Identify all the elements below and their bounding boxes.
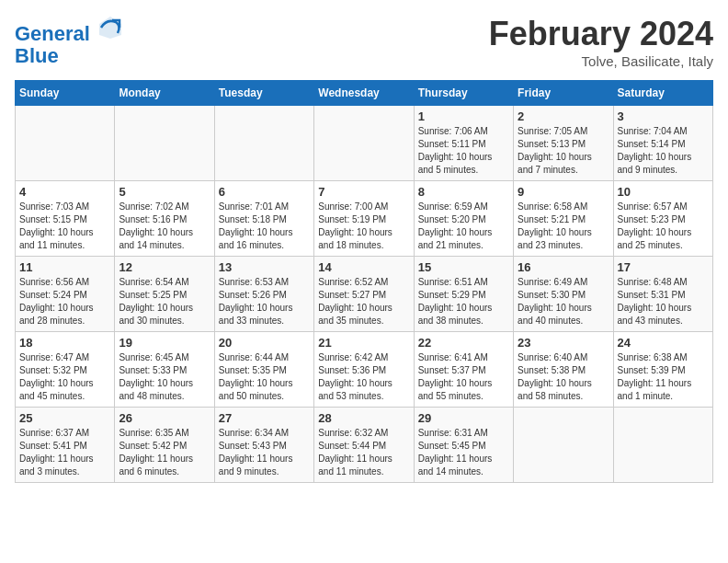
- calendar-cell: 4Sunrise: 7:03 AM Sunset: 5:15 PM Daylig…: [16, 181, 115, 257]
- col-header-tuesday: Tuesday: [214, 81, 313, 106]
- logo-general: General: [15, 22, 90, 45]
- day-info: Sunrise: 6:37 AM Sunset: 5:41 PM Dayligh…: [19, 427, 110, 478]
- day-info: Sunrise: 7:04 AM Sunset: 5:14 PM Dayligh…: [618, 125, 709, 177]
- page-header: General Blue February 2024 Tolve, Basili…: [15, 15, 713, 69]
- calendar-cell: [16, 106, 115, 181]
- title-block: February 2024 Tolve, Basilicate, Italy: [489, 15, 713, 69]
- logo-icon: [97, 15, 123, 40]
- day-number: 17: [618, 260, 709, 274]
- calendar-cell: 21Sunrise: 6:42 AM Sunset: 5:36 PM Dayli…: [314, 332, 414, 408]
- calendar-cell: 15Sunrise: 6:51 AM Sunset: 5:29 PM Dayli…: [414, 257, 513, 332]
- day-number: 4: [19, 185, 110, 199]
- day-info: Sunrise: 6:56 AM Sunset: 5:24 PM Dayligh…: [19, 276, 110, 327]
- day-number: 28: [318, 411, 409, 425]
- calendar-cell: [514, 408, 613, 483]
- calendar-cell: 19Sunrise: 6:45 AM Sunset: 5:33 PM Dayli…: [115, 332, 214, 408]
- day-info: Sunrise: 6:47 AM Sunset: 5:32 PM Dayligh…: [19, 351, 110, 403]
- day-number: 26: [119, 411, 210, 425]
- calendar-cell: 17Sunrise: 6:48 AM Sunset: 5:31 PM Dayli…: [613, 257, 712, 332]
- day-number: 3: [618, 109, 709, 123]
- calendar-cell: [214, 106, 313, 181]
- day-number: 23: [518, 336, 609, 350]
- day-number: 8: [418, 185, 509, 199]
- day-info: Sunrise: 7:00 AM Sunset: 5:19 PM Dayligh…: [318, 201, 409, 252]
- calendar-cell: 26Sunrise: 6:35 AM Sunset: 5:42 PM Dayli…: [115, 408, 214, 483]
- calendar-cell: 24Sunrise: 6:38 AM Sunset: 5:39 PM Dayli…: [613, 332, 712, 408]
- day-info: Sunrise: 6:32 AM Sunset: 5:44 PM Dayligh…: [318, 427, 409, 478]
- col-header-thursday: Thursday: [414, 81, 513, 106]
- week-row-1: 1Sunrise: 7:06 AM Sunset: 5:11 PM Daylig…: [16, 106, 713, 181]
- col-header-saturday: Saturday: [613, 81, 712, 106]
- day-info: Sunrise: 6:44 AM Sunset: 5:35 PM Dayligh…: [219, 351, 310, 403]
- day-number: 21: [318, 336, 409, 350]
- col-header-wednesday: Wednesday: [314, 81, 414, 106]
- day-info: Sunrise: 6:52 AM Sunset: 5:27 PM Dayligh…: [318, 276, 409, 327]
- day-info: Sunrise: 6:48 AM Sunset: 5:31 PM Dayligh…: [618, 276, 709, 327]
- day-info: Sunrise: 6:45 AM Sunset: 5:33 PM Dayligh…: [119, 351, 210, 403]
- day-info: Sunrise: 6:57 AM Sunset: 5:23 PM Dayligh…: [618, 201, 709, 252]
- day-info: Sunrise: 7:01 AM Sunset: 5:18 PM Dayligh…: [219, 201, 310, 252]
- day-info: Sunrise: 7:03 AM Sunset: 5:15 PM Dayligh…: [19, 201, 110, 252]
- col-header-friday: Friday: [514, 81, 613, 106]
- week-row-3: 11Sunrise: 6:56 AM Sunset: 5:24 PM Dayli…: [16, 257, 713, 332]
- header-row: SundayMondayTuesdayWednesdayThursdayFrid…: [16, 81, 713, 106]
- day-number: 15: [418, 260, 509, 274]
- day-number: 7: [318, 185, 409, 199]
- logo-blue: Blue: [15, 44, 59, 67]
- calendar-cell: 29Sunrise: 6:31 AM Sunset: 5:45 PM Dayli…: [414, 408, 513, 483]
- day-number: 18: [19, 336, 110, 350]
- day-number: 24: [618, 336, 709, 350]
- day-info: Sunrise: 6:38 AM Sunset: 5:39 PM Dayligh…: [618, 351, 709, 403]
- day-number: 25: [19, 411, 110, 425]
- day-number: 20: [219, 336, 310, 350]
- calendar-cell: 2Sunrise: 7:05 AM Sunset: 5:13 PM Daylig…: [514, 106, 613, 181]
- col-header-sunday: Sunday: [16, 81, 115, 106]
- day-info: Sunrise: 7:02 AM Sunset: 5:16 PM Dayligh…: [119, 201, 210, 252]
- day-info: Sunrise: 7:06 AM Sunset: 5:11 PM Dayligh…: [418, 125, 509, 177]
- calendar-cell: 7Sunrise: 7:00 AM Sunset: 5:19 PM Daylig…: [314, 181, 414, 257]
- day-number: 5: [119, 185, 210, 199]
- day-info: Sunrise: 6:35 AM Sunset: 5:42 PM Dayligh…: [119, 427, 210, 478]
- calendar-cell: 18Sunrise: 6:47 AM Sunset: 5:32 PM Dayli…: [16, 332, 115, 408]
- calendar-table: SundayMondayTuesdayWednesdayThursdayFrid…: [15, 80, 713, 483]
- calendar-cell: 9Sunrise: 6:58 AM Sunset: 5:21 PM Daylig…: [514, 181, 613, 257]
- day-info: Sunrise: 6:59 AM Sunset: 5:20 PM Dayligh…: [418, 201, 509, 252]
- calendar-cell: [314, 106, 414, 181]
- calendar-cell: 16Sunrise: 6:49 AM Sunset: 5:30 PM Dayli…: [514, 257, 613, 332]
- calendar-cell: 12Sunrise: 6:54 AM Sunset: 5:25 PM Dayli…: [115, 257, 214, 332]
- calendar-cell: 13Sunrise: 6:53 AM Sunset: 5:26 PM Dayli…: [214, 257, 313, 332]
- day-number: 19: [119, 336, 210, 350]
- day-number: 10: [618, 185, 709, 199]
- day-number: 12: [119, 260, 210, 274]
- day-info: Sunrise: 6:53 AM Sunset: 5:26 PM Dayligh…: [219, 276, 310, 327]
- calendar-cell: 10Sunrise: 6:57 AM Sunset: 5:23 PM Dayli…: [613, 181, 712, 257]
- calendar-cell: 3Sunrise: 7:04 AM Sunset: 5:14 PM Daylig…: [613, 106, 712, 181]
- day-number: 27: [219, 411, 310, 425]
- calendar-cell: 20Sunrise: 6:44 AM Sunset: 5:35 PM Dayli…: [214, 332, 313, 408]
- calendar-cell: 28Sunrise: 6:32 AM Sunset: 5:44 PM Dayli…: [314, 408, 414, 483]
- calendar-cell: 23Sunrise: 6:40 AM Sunset: 5:38 PM Dayli…: [514, 332, 613, 408]
- day-number: 16: [518, 260, 609, 274]
- calendar-cell: 25Sunrise: 6:37 AM Sunset: 5:41 PM Dayli…: [16, 408, 115, 483]
- location: Tolve, Basilicate, Italy: [489, 53, 713, 69]
- calendar-cell: [115, 106, 214, 181]
- day-number: 6: [219, 185, 310, 199]
- logo: General Blue: [15, 15, 123, 67]
- day-info: Sunrise: 6:40 AM Sunset: 5:38 PM Dayligh…: [518, 351, 609, 403]
- calendar-cell: 22Sunrise: 6:41 AM Sunset: 5:37 PM Dayli…: [414, 332, 513, 408]
- day-info: Sunrise: 6:41 AM Sunset: 5:37 PM Dayligh…: [418, 351, 509, 403]
- day-info: Sunrise: 6:31 AM Sunset: 5:45 PM Dayligh…: [418, 427, 509, 478]
- day-info: Sunrise: 6:34 AM Sunset: 5:43 PM Dayligh…: [219, 427, 310, 478]
- calendar-cell: 11Sunrise: 6:56 AM Sunset: 5:24 PM Dayli…: [16, 257, 115, 332]
- calendar-cell: [613, 408, 712, 483]
- day-number: 13: [219, 260, 310, 274]
- calendar-cell: 5Sunrise: 7:02 AM Sunset: 5:16 PM Daylig…: [115, 181, 214, 257]
- day-number: 1: [418, 109, 509, 123]
- day-number: 29: [418, 411, 509, 425]
- month-title: February 2024: [489, 15, 713, 53]
- day-number: 11: [19, 260, 110, 274]
- calendar-cell: 8Sunrise: 6:59 AM Sunset: 5:20 PM Daylig…: [414, 181, 513, 257]
- week-row-2: 4Sunrise: 7:03 AM Sunset: 5:15 PM Daylig…: [16, 181, 713, 257]
- day-number: 2: [518, 109, 609, 123]
- day-info: Sunrise: 7:05 AM Sunset: 5:13 PM Dayligh…: [518, 125, 609, 177]
